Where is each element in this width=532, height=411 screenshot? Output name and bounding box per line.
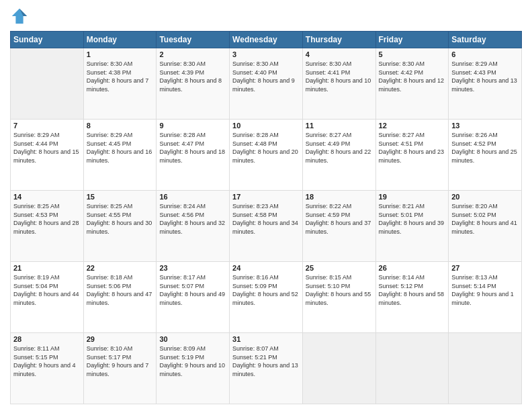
day-number: 22 xyxy=(87,264,154,272)
day-number: 3 xyxy=(232,50,300,58)
day-cell: 12Sunrise: 8:27 AMSunset: 4:51 PMDayligh… xyxy=(375,120,449,191)
day-cell: 5Sunrise: 8:30 AMSunset: 4:42 PMDaylight… xyxy=(375,48,449,120)
day-number: 30 xyxy=(159,335,226,343)
day-cell: 2Sunrise: 8:30 AMSunset: 4:39 PMDaylight… xyxy=(157,48,230,120)
day-cell: 14Sunrise: 8:25 AMSunset: 4:53 PMDayligh… xyxy=(11,191,84,262)
day-info: Sunrise: 8:28 AMSunset: 4:47 PMDaylight:… xyxy=(159,131,226,165)
day-number: 31 xyxy=(232,335,300,343)
day-cell: 23Sunrise: 8:17 AMSunset: 5:07 PMDayligh… xyxy=(157,262,230,333)
day-cell: 17Sunrise: 8:23 AMSunset: 4:58 PMDayligh… xyxy=(230,191,303,262)
day-info: Sunrise: 8:09 AMSunset: 5:19 PMDaylight:… xyxy=(159,345,226,378)
day-number: 19 xyxy=(379,193,446,201)
day-number: 10 xyxy=(232,122,300,130)
day-cell: 19Sunrise: 8:21 AMSunset: 5:01 PMDayligh… xyxy=(375,191,449,262)
day-number: 26 xyxy=(379,264,446,272)
day-info: Sunrise: 8:28 AMSunset: 4:48 PMDaylight:… xyxy=(232,131,300,165)
day-cell xyxy=(375,333,449,404)
day-cell: 6Sunrise: 8:29 AMSunset: 4:43 PMDaylight… xyxy=(449,48,522,120)
day-cell: 3Sunrise: 8:30 AMSunset: 4:40 PMDaylight… xyxy=(230,48,303,120)
day-info: Sunrise: 8:30 AMSunset: 4:39 PMDaylight:… xyxy=(159,60,226,93)
week-row-5: 28Sunrise: 8:11 AMSunset: 5:15 PMDayligh… xyxy=(11,333,522,404)
day-cell: 1Sunrise: 8:30 AMSunset: 4:38 PMDaylight… xyxy=(83,48,157,120)
day-cell: 20Sunrise: 8:20 AMSunset: 5:02 PMDayligh… xyxy=(449,191,522,262)
day-info: Sunrise: 8:21 AMSunset: 5:01 PMDaylight:… xyxy=(379,202,446,236)
day-cell: 22Sunrise: 8:18 AMSunset: 5:06 PMDayligh… xyxy=(83,262,157,333)
day-cell xyxy=(302,333,375,404)
day-number: 11 xyxy=(306,122,373,130)
day-info: Sunrise: 8:25 AMSunset: 4:53 PMDaylight:… xyxy=(13,202,81,236)
header-cell-sunday: Sunday xyxy=(11,32,84,48)
day-number: 9 xyxy=(159,122,226,130)
day-number: 7 xyxy=(13,122,81,130)
day-number: 29 xyxy=(87,335,154,343)
day-cell: 21Sunrise: 8:19 AMSunset: 5:04 PMDayligh… xyxy=(11,262,84,333)
day-cell: 13Sunrise: 8:26 AMSunset: 4:52 PMDayligh… xyxy=(449,120,522,191)
week-row-3: 14Sunrise: 8:25 AMSunset: 4:53 PMDayligh… xyxy=(11,191,522,262)
day-cell: 30Sunrise: 8:09 AMSunset: 5:19 PMDayligh… xyxy=(157,333,230,404)
day-number: 1 xyxy=(87,50,154,58)
calendar-table: SundayMondayTuesdayWednesdayThursdayFrid… xyxy=(10,31,522,404)
day-number: 20 xyxy=(451,193,519,201)
calendar-body: 1Sunrise: 8:30 AMSunset: 4:38 PMDaylight… xyxy=(11,48,522,404)
day-number: 4 xyxy=(306,50,373,58)
day-number: 15 xyxy=(87,193,154,201)
header-cell-monday: Monday xyxy=(83,32,157,48)
day-info: Sunrise: 8:29 AMSunset: 4:45 PMDaylight:… xyxy=(87,131,154,165)
day-info: Sunrise: 8:30 AMSunset: 4:38 PMDaylight:… xyxy=(87,60,154,93)
day-info: Sunrise: 8:29 AMSunset: 4:43 PMDaylight:… xyxy=(451,60,519,93)
day-number: 2 xyxy=(159,50,226,58)
header-cell-thursday: Thursday xyxy=(302,32,375,48)
week-row-1: 1Sunrise: 8:30 AMSunset: 4:38 PMDaylight… xyxy=(11,48,522,120)
day-number: 14 xyxy=(13,193,81,201)
day-number: 5 xyxy=(379,50,446,58)
day-info: Sunrise: 8:18 AMSunset: 5:06 PMDaylight:… xyxy=(87,273,154,307)
week-row-2: 7Sunrise: 8:29 AMSunset: 4:44 PMDaylight… xyxy=(11,120,522,191)
day-cell: 28Sunrise: 8:11 AMSunset: 5:15 PMDayligh… xyxy=(11,333,84,404)
day-info: Sunrise: 8:26 AMSunset: 4:52 PMDaylight:… xyxy=(451,131,519,165)
day-cell: 18Sunrise: 8:22 AMSunset: 4:59 PMDayligh… xyxy=(302,191,375,262)
day-number: 8 xyxy=(87,122,154,130)
day-cell: 10Sunrise: 8:28 AMSunset: 4:48 PMDayligh… xyxy=(230,120,303,191)
header-cell-tuesday: Tuesday xyxy=(157,32,230,48)
day-cell: 4Sunrise: 8:30 AMSunset: 4:41 PMDaylight… xyxy=(302,48,375,120)
day-number: 23 xyxy=(159,264,226,272)
day-number: 25 xyxy=(306,264,373,272)
day-number: 16 xyxy=(159,193,226,201)
day-info: Sunrise: 8:07 AMSunset: 5:21 PMDaylight:… xyxy=(232,345,300,378)
day-info: Sunrise: 8:13 AMSunset: 5:14 PMDaylight:… xyxy=(451,273,519,307)
day-number: 12 xyxy=(379,122,446,130)
day-info: Sunrise: 8:20 AMSunset: 5:02 PMDaylight:… xyxy=(451,202,519,236)
logo xyxy=(10,7,32,26)
day-info: Sunrise: 8:14 AMSunset: 5:12 PMDaylight:… xyxy=(379,273,446,307)
calendar-page: SundayMondayTuesdayWednesdayThursdayFrid… xyxy=(0,0,532,411)
day-cell: 8Sunrise: 8:29 AMSunset: 4:45 PMDaylight… xyxy=(83,120,157,191)
day-cell: 27Sunrise: 8:13 AMSunset: 5:14 PMDayligh… xyxy=(449,262,522,333)
day-info: Sunrise: 8:23 AMSunset: 4:58 PMDaylight:… xyxy=(232,202,300,236)
day-number: 13 xyxy=(451,122,519,130)
header-cell-wednesday: Wednesday xyxy=(230,32,303,48)
day-number: 18 xyxy=(306,193,373,201)
day-info: Sunrise: 8:24 AMSunset: 4:56 PMDaylight:… xyxy=(159,202,226,236)
day-info: Sunrise: 8:29 AMSunset: 4:44 PMDaylight:… xyxy=(13,131,81,165)
day-info: Sunrise: 8:10 AMSunset: 5:17 PMDaylight:… xyxy=(87,345,154,378)
day-info: Sunrise: 8:19 AMSunset: 5:04 PMDaylight:… xyxy=(13,273,81,307)
header-row: SundayMondayTuesdayWednesdayThursdayFrid… xyxy=(11,32,522,48)
day-info: Sunrise: 8:30 AMSunset: 4:42 PMDaylight:… xyxy=(379,60,446,93)
day-cell: 11Sunrise: 8:27 AMSunset: 4:49 PMDayligh… xyxy=(302,120,375,191)
day-cell: 24Sunrise: 8:16 AMSunset: 5:09 PMDayligh… xyxy=(230,262,303,333)
day-number: 17 xyxy=(232,193,300,201)
day-cell: 29Sunrise: 8:10 AMSunset: 5:17 PMDayligh… xyxy=(83,333,157,404)
week-row-4: 21Sunrise: 8:19 AMSunset: 5:04 PMDayligh… xyxy=(11,262,522,333)
day-info: Sunrise: 8:16 AMSunset: 5:09 PMDaylight:… xyxy=(232,273,300,307)
day-info: Sunrise: 8:22 AMSunset: 4:59 PMDaylight:… xyxy=(306,202,373,236)
day-cell: 15Sunrise: 8:25 AMSunset: 4:55 PMDayligh… xyxy=(83,191,157,262)
day-cell xyxy=(449,333,522,404)
day-info: Sunrise: 8:17 AMSunset: 5:07 PMDaylight:… xyxy=(159,273,226,307)
calendar-header: SundayMondayTuesdayWednesdayThursdayFrid… xyxy=(11,32,522,48)
day-number: 27 xyxy=(451,264,519,272)
day-info: Sunrise: 8:27 AMSunset: 4:49 PMDaylight:… xyxy=(306,131,373,165)
day-cell: 25Sunrise: 8:15 AMSunset: 5:10 PMDayligh… xyxy=(302,262,375,333)
day-number: 24 xyxy=(232,264,300,272)
day-info: Sunrise: 8:11 AMSunset: 5:15 PMDaylight:… xyxy=(13,345,81,378)
day-info: Sunrise: 8:25 AMSunset: 4:55 PMDaylight:… xyxy=(87,202,154,236)
